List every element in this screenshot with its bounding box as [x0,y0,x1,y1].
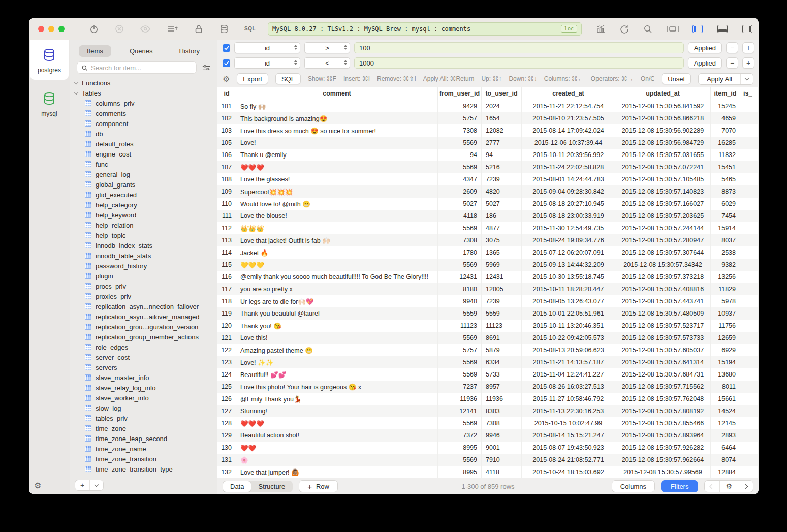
filter-operator-dropdown[interactable]: < [304,57,350,69]
cell-item_id[interactable]: 8873 [711,185,740,198]
cell-created_at[interactable]: 2015-08-01 14:24:44.783 [522,173,615,185]
cell-from_user_id[interactable]: 5569 [438,222,482,234]
sidebar-table-item[interactable]: procs_priv [75,281,217,291]
sidebar-table-item[interactable]: general_log [75,169,217,179]
cell-is_[interactable] [740,271,759,283]
sidebar-table-item[interactable]: replication_asyn...ailover_managed [75,311,217,322]
filter-checkbox[interactable] [223,44,230,52]
cell-item_id[interactable]: 15245 [711,100,740,112]
sidebar-table-item[interactable]: component [75,118,217,129]
cell-updated_at[interactable]: 2015-12-08 15:30:57.373218 [615,271,711,283]
cell-updated_at[interactable]: 2015-12-08 15:30:57.684731 [615,368,711,381]
cell-updated_at[interactable]: 2015-12-08 15:30:57.641314 [615,356,711,368]
toggle-right-panel-icon[interactable] [742,25,752,33]
filter-value-input[interactable]: 1000 [354,57,684,69]
table-row[interactable]: 117you are so pretty x8180120052015-10-1… [217,283,759,295]
add-row-button[interactable]: + Row [299,480,338,492]
cell-updated_at[interactable]: 2015-12-08 15:30:57.962664 [615,454,711,466]
sidebar-table-item[interactable]: help_relation [75,220,217,230]
close-window-button[interactable] [38,26,44,32]
cell-to_user_id[interactable]: 9946 [482,429,522,442]
cell-from_user_id[interactable]: 9940 [438,295,482,307]
cell-item_id[interactable]: 7454 [711,210,740,222]
sidebar-table-item[interactable]: replication_grou...iguration_version [75,322,217,332]
cell-updated_at[interactable]: 2015-12-08 15:30:57.855466 [615,417,711,429]
cell-created_at[interactable]: 2015-11-21 14:13:57.187 [522,356,615,368]
cell-id[interactable]: 106 [217,149,236,161]
cell-id[interactable]: 115 [217,259,236,271]
cell-item_id[interactable]: 10937 [711,307,740,320]
cell-to_user_id[interactable]: 2024 [482,100,522,112]
cell-comment[interactable]: Love the blouse! [236,210,438,222]
cell-is_[interactable] [740,222,759,234]
column-header-is_[interactable]: is_ [740,87,759,100]
table-row[interactable]: 103Love this dress so much 😍 so nice for… [217,124,759,137]
table-row[interactable]: 114Jacket 🔥178013652015-07-12 06:20:07.0… [217,246,759,259]
cell-created_at[interactable]: 2015-08-13 20:59:06.623 [522,344,615,356]
cell-to_user_id[interactable]: 8957 [482,381,522,393]
table-row[interactable]: 112👑👑👑556948772015-11-30 12:54:49.735201… [217,222,759,234]
columns-button[interactable]: Columns [612,480,655,492]
filter-settings-gear-icon[interactable]: ⚙ [223,74,230,84]
cell-item_id[interactable]: 5465 [711,173,740,185]
table-row[interactable]: 110Would love to! @mith 😬502750272015-08… [217,198,759,210]
cell-comment[interactable]: Thank you beautiful @laurel [236,307,438,320]
tab-data[interactable]: Data [223,481,251,492]
cell-updated_at[interactable]: 2015-12-08 15:30:56.866218 [615,112,711,124]
cell-to_user_id[interactable]: 7910 [482,454,522,466]
chart-icon[interactable] [595,24,606,34]
cell-updated_at[interactable]: 2015-12-08 15:30:57.605037 [615,344,711,356]
cell-to_user_id[interactable]: 7308 [482,417,522,429]
table-row[interactable]: 119Thank you beautiful @laurel5559555920… [217,307,759,320]
cell-updated_at[interactable]: 2015-12-08 15:30:57.203625 [615,210,711,222]
cell-comment[interactable]: Love! [236,137,438,149]
cell-is_[interactable] [740,234,759,246]
cell-item_id[interactable]: 8037 [711,234,740,246]
cell-id[interactable]: 108 [217,173,236,185]
cell-id[interactable]: 116 [217,271,236,283]
cell-updated_at[interactable]: 2015-12-08 15:30:56.984729 [615,137,711,149]
tree-section-functions[interactable]: Functions [75,78,217,88]
cell-comment[interactable]: 💛💛💛 [236,259,438,271]
cell-created_at[interactable]: 2015-09-04 09:28:30.842 [522,185,615,198]
cell-created_at[interactable]: 2015-08-10 21:23:57.505 [522,112,615,124]
cell-comment[interactable]: Thank u @emily [236,149,438,161]
table-row[interactable]: 109Supercool💥💥💥260948202015-09-04 09:28:… [217,185,759,198]
cell-is_[interactable] [740,246,759,259]
cell-item_id[interactable]: 4659 [711,112,740,124]
sidebar-table-item[interactable]: slave_worker_info [75,393,217,403]
cell-is_[interactable] [740,210,759,222]
cell-from_user_id[interactable]: 11123 [438,320,482,332]
cell-from_user_id[interactable]: 5569 [438,332,482,344]
cell-updated_at[interactable]: 2015-12-08 15:30:57.926282 [615,442,711,454]
table-row[interactable]: 111Love the blouse!41181862015-08-18 23:… [217,210,759,222]
cell-item_id[interactable]: 2538 [711,246,740,259]
sidebar-table-item[interactable]: time_zone [75,423,217,433]
cell-is_[interactable] [740,295,759,307]
sidebar-table-item[interactable]: innodb_index_stats [75,240,217,251]
sql-button[interactable]: SQL [275,73,301,84]
filters-button[interactable]: Filters [661,480,698,492]
connection-mysql[interactable]: mysql [30,80,69,123]
cell-comment[interactable]: ❤️❤️ [236,442,438,454]
cell-is_[interactable] [740,356,759,368]
cell-created_at[interactable]: 2015-10-11 13:20:46.351 [522,320,615,332]
table-row[interactable]: 128❤️❤️❤️556973082015-10-15 10:02:47.992… [217,417,759,429]
table-row[interactable]: 121Love this!556986912015-10-22 09:42:05… [217,332,759,344]
tab-queries[interactable]: Queries [121,45,161,57]
cell-item_id[interactable]: 15451 [711,161,740,173]
sidebar-table-item[interactable]: time_zone_leap_second [75,433,217,444]
add-item-button[interactable]: + [75,480,89,490]
cell-is_[interactable] [740,198,759,210]
cell-id[interactable]: 101 [217,100,236,112]
cell-is_[interactable] [740,100,759,112]
cell-is_[interactable] [740,137,759,149]
cell-to_user_id[interactable]: 11936 [482,393,522,405]
cell-to_user_id[interactable]: 186 [482,210,522,222]
column-header-id[interactable]: id [217,87,236,100]
cell-item_id[interactable]: 12145 [711,417,740,429]
cell-updated_at[interactable]: 2015-12-08 15:30:57.307644 [615,246,711,259]
cell-updated_at[interactable]: 2015-12-08 15:30:57.443741 [615,295,711,307]
cell-is_[interactable] [740,393,759,405]
cell-updated_at[interactable]: 2015-12-08 15:30:57.031655 [615,149,711,161]
